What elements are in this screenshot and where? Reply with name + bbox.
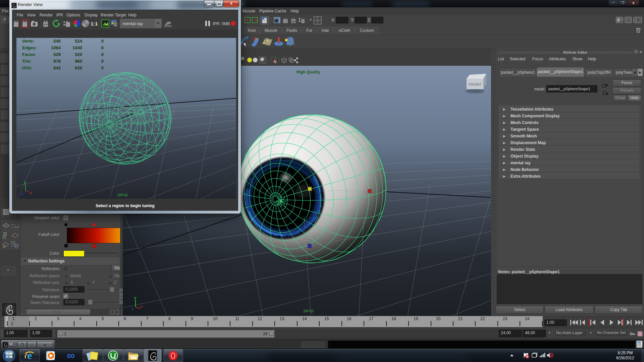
svg-text:8:25 PM: 8:25 PM [618,351,633,355]
svg-text:e: e [27,349,32,361]
svg-text:520: 520 [75,52,82,57]
svg-text:Faces:: Faces: [22,52,36,57]
svg-text:y: y [24,181,26,184]
svg-text:persp: persp [118,192,128,197]
svg-text:UVs:: UVs: [22,65,32,70]
svg-text:529: 529 [53,52,61,57]
svg-text:1040: 1040 [72,45,82,50]
svg-text:z: z [131,307,133,311]
svg-text:540: 540 [53,39,61,44]
svg-text:524: 524 [75,39,82,44]
svg-text:978: 978 [53,59,61,64]
svg-text:6/26/2012: 6/26/2012 [616,356,634,360]
svg-text:FRONT: FRONT [469,82,481,86]
svg-text:0: 0 [101,59,104,64]
svg-text:0: 0 [101,65,104,70]
svg-text:x: x [30,191,32,195]
svg-text:Edges:: Edges: [22,45,37,50]
svg-text:0: 0 [101,39,104,44]
svg-text:High Quality: High Quality [297,70,320,74]
svg-text:1064: 1064 [51,45,61,50]
svg-text:y: y [134,296,137,300]
svg-text:IPR: IPR [44,23,48,26]
svg-text:0: 0 [101,52,104,57]
svg-text:IPR: 0MB: IPR: 0MB [213,21,230,26]
svg-text:x: x [141,304,143,308]
svg-text:Tris:: Tris: [22,59,31,64]
svg-text:persp: persp [304,308,314,313]
svg-text:IPR: IPR [292,20,296,23]
svg-text:mental ray: mental ray [122,21,143,26]
svg-text:960: 960 [75,59,82,64]
svg-text:z: z [21,192,23,196]
svg-text:1:1: 1:1 [91,21,98,26]
svg-text:642: 642 [53,65,61,70]
svg-text:∞: ∞ [67,349,75,362]
svg-text:Verts:: Verts: [22,39,34,44]
svg-text:0: 0 [101,45,104,50]
svg-text:626: 626 [75,65,82,70]
